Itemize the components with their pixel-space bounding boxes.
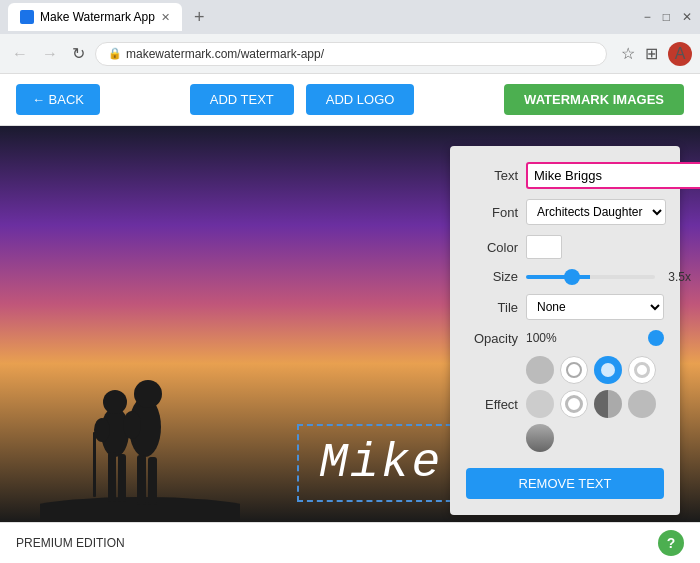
minimize-button[interactable]: − bbox=[644, 10, 651, 24]
opacity-value: 100% bbox=[526, 331, 557, 345]
svg-rect-10 bbox=[137, 455, 146, 505]
back-nav-button[interactable]: ← bbox=[8, 43, 32, 65]
help-button[interactable]: ? bbox=[658, 530, 684, 556]
opacity-container: 100% bbox=[526, 330, 664, 346]
add-text-button[interactable]: ADD TEXT bbox=[190, 84, 294, 115]
effect-label: Effect bbox=[466, 397, 518, 412]
font-label: Font bbox=[466, 205, 518, 220]
canvas-area: Mike Briggs Text Font Architects Daughte… bbox=[0, 126, 700, 522]
svg-rect-4 bbox=[93, 432, 96, 497]
svg-point-9 bbox=[123, 411, 141, 439]
text-input[interactable] bbox=[526, 162, 700, 189]
font-select[interactable]: Architects Daughter Arial Times New Roma… bbox=[526, 199, 666, 225]
edition-label: PREMIUM EDITION bbox=[16, 536, 125, 550]
effect-row: Effect bbox=[466, 356, 664, 452]
remove-text-button[interactable]: REMOVE TEXT bbox=[466, 468, 664, 499]
effect-r2-ring-button[interactable] bbox=[560, 390, 588, 418]
tile-select[interactable]: None 2x2 3x3 bbox=[526, 294, 664, 320]
effect-solid-button[interactable] bbox=[594, 356, 622, 384]
tab-title: Make Watermark App bbox=[40, 10, 155, 24]
size-value: 3.5x bbox=[663, 270, 691, 284]
svg-point-2 bbox=[103, 390, 127, 414]
effect-outline-button[interactable] bbox=[628, 356, 656, 384]
back-button[interactable]: ← BACK bbox=[16, 84, 100, 115]
effect-options bbox=[526, 356, 664, 452]
forward-nav-button[interactable]: → bbox=[38, 43, 62, 65]
address-bar: ← → ↻ 🔒 makewatermark.com/watermark-app/… bbox=[0, 34, 700, 74]
settings-panel: Text Font Architects Daughter Arial Time… bbox=[450, 146, 680, 515]
opacity-label: Opacity bbox=[466, 331, 518, 346]
close-button[interactable]: ✕ bbox=[682, 10, 692, 24]
svg-point-8 bbox=[134, 380, 162, 408]
effect-r2-grey-button[interactable] bbox=[628, 390, 656, 418]
extensions-icon[interactable]: ⊞ bbox=[645, 44, 658, 63]
opacity-row: Opacity 100% bbox=[466, 330, 664, 346]
svg-rect-11 bbox=[148, 457, 157, 505]
effect-r3-blue-button[interactable] bbox=[526, 424, 554, 452]
app-toolbar: ← BACK ADD TEXT ADD LOGO WATERMARK IMAGE… bbox=[0, 74, 700, 126]
effect-r2-none-button[interactable] bbox=[526, 390, 554, 418]
color-picker[interactable] bbox=[526, 235, 562, 259]
tile-row: Tile None 2x2 3x3 bbox=[466, 294, 664, 320]
color-label: Color bbox=[466, 240, 518, 255]
user-avatar[interactable]: A bbox=[668, 42, 692, 66]
tile-label: Tile bbox=[466, 300, 518, 315]
address-input[interactable]: 🔒 makewatermark.com/watermark-app/ bbox=[95, 42, 607, 66]
color-row: Color bbox=[466, 235, 664, 259]
svg-rect-6 bbox=[118, 454, 126, 502]
url-text: makewatermark.com/watermark-app/ bbox=[126, 47, 324, 61]
lock-icon: 🔒 bbox=[108, 47, 122, 60]
canvas-background: Mike Briggs Text Font Architects Daughte… bbox=[0, 126, 700, 522]
effect-shadow-button[interactable] bbox=[560, 356, 588, 384]
browser-tab[interactable]: Make Watermark App ✕ bbox=[8, 3, 182, 31]
silhouette-image bbox=[40, 262, 240, 522]
new-tab-button[interactable]: + bbox=[194, 7, 205, 28]
bookmark-icon[interactable]: ☆ bbox=[621, 44, 635, 63]
add-logo-button[interactable]: ADD LOGO bbox=[306, 84, 415, 115]
size-container: 3.5x bbox=[526, 270, 691, 284]
tab-favicon bbox=[20, 10, 34, 24]
footer: PREMIUM EDITION ? bbox=[0, 522, 700, 563]
text-label: Text bbox=[466, 168, 518, 183]
svg-point-3 bbox=[94, 418, 110, 442]
opacity-dot[interactable] bbox=[648, 330, 664, 346]
size-label: Size bbox=[466, 269, 518, 284]
window-controls: − □ ✕ bbox=[644, 10, 692, 24]
font-row: Font Architects Daughter Arial Times New… bbox=[466, 199, 664, 225]
svg-rect-5 bbox=[108, 452, 116, 502]
text-row: Text bbox=[466, 162, 664, 189]
reload-button[interactable]: ↻ bbox=[68, 42, 89, 65]
effect-none-button[interactable] bbox=[526, 356, 554, 384]
restore-button[interactable]: □ bbox=[663, 10, 670, 24]
tab-close-button[interactable]: ✕ bbox=[161, 11, 170, 24]
effect-r2-half-button[interactable] bbox=[594, 390, 622, 418]
size-row: Size 3.5x bbox=[466, 269, 664, 284]
browser-title-bar: Make Watermark App ✕ + − □ ✕ bbox=[0, 0, 700, 34]
watermark-images-button[interactable]: WATERMARK IMAGES bbox=[504, 84, 684, 115]
size-slider[interactable] bbox=[526, 275, 655, 279]
browser-icons: ☆ ⊞ A bbox=[621, 42, 692, 66]
